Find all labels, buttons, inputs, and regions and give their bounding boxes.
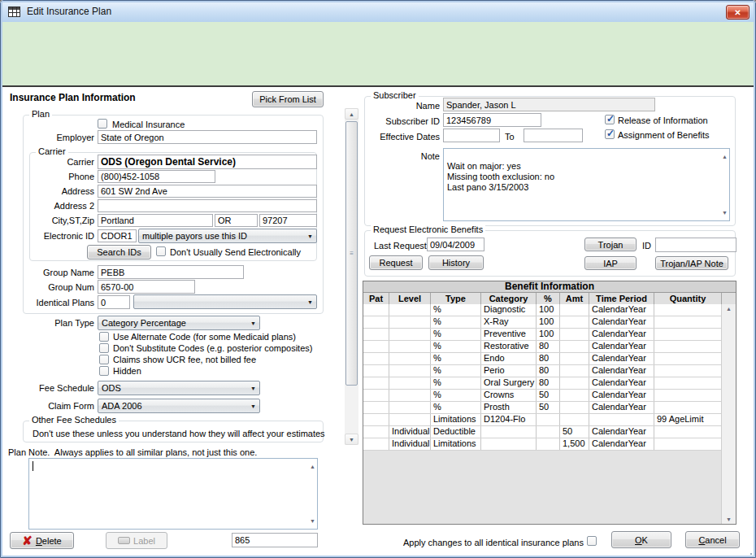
label-button[interactable]: Label xyxy=(106,532,167,549)
effective-from-field[interactable] xyxy=(443,129,500,142)
subscriber-note-label: Note xyxy=(364,151,440,161)
subscriber-id-field[interactable] xyxy=(443,113,541,127)
electronic-benefits-group-label: Request Electronic Benefits xyxy=(371,225,485,234)
phone-field[interactable] xyxy=(98,170,215,183)
table-row[interactable]: %Prosth50CalendarYear xyxy=(363,402,722,414)
effective-to-field[interactable] xyxy=(524,129,583,142)
table-row[interactable]: %Crowns50CalendarYear xyxy=(363,390,722,402)
plan-note-field[interactable]: ▲ ▼ xyxy=(28,458,318,530)
id-field[interactable] xyxy=(655,238,736,252)
subscriber-note-field[interactable]: Wait on major: yes Missing tooth exclusi… xyxy=(443,148,730,221)
table-row[interactable]: IndividualDeductible50CalendarYear xyxy=(363,426,722,438)
assignment-checkbox[interactable] xyxy=(605,129,615,139)
claim-form-label: Claim Form xyxy=(7,401,94,411)
table-row[interactable]: %Perio80CalendarYear xyxy=(363,365,722,377)
scroll-down-icon[interactable]: ▼ xyxy=(722,207,728,218)
table-cell xyxy=(389,365,431,377)
city-field[interactable] xyxy=(98,214,213,227)
table-cell: CalendarYear xyxy=(589,377,654,389)
electronic-id-select[interactable]: multiple payors use this ID ▼ xyxy=(138,229,317,243)
table-row[interactable]: %Oral Surgery80CalendarYear xyxy=(363,377,722,390)
address-field[interactable] xyxy=(98,185,317,198)
plan-num-field[interactable] xyxy=(232,533,318,547)
fee-schedule-select[interactable]: ODS ▼ xyxy=(98,381,260,395)
benefit-table-body: %Diagnostic100CalendarYear%X-Ray100Calen… xyxy=(363,304,722,451)
employer-field[interactable] xyxy=(98,130,317,144)
table-cell xyxy=(654,402,722,413)
medical-insurance-checkbox[interactable] xyxy=(98,119,107,129)
table-cell: 80 xyxy=(537,353,560,364)
table-cell xyxy=(363,329,389,340)
history-button-label: History xyxy=(442,258,470,268)
cancel-button[interactable]: Cancel xyxy=(685,531,740,548)
request-button[interactable]: Request xyxy=(369,255,423,270)
scrollbar-thumb[interactable]: ≡ xyxy=(345,121,358,386)
state-field[interactable] xyxy=(215,214,258,227)
table-cell: 100 xyxy=(537,316,560,328)
table-cell xyxy=(654,316,722,328)
plan-option-checkbox[interactable] xyxy=(99,332,109,342)
plan-option-checkbox[interactable] xyxy=(99,343,109,353)
carrier-field[interactable] xyxy=(98,155,317,169)
scroll-up-icon[interactable]: ▲ xyxy=(345,108,358,120)
table-cell: Perio xyxy=(481,365,537,377)
titlebar: Edit Insurance Plan ✕ xyxy=(1,1,755,22)
plan-option-checkbox[interactable] xyxy=(99,366,109,376)
trojan-iap-note-button[interactable]: Trojan/IAP Note xyxy=(655,256,728,270)
pick-from-list-button[interactable]: Pick From List xyxy=(252,91,324,107)
identical-plans-field[interactable] xyxy=(98,295,130,309)
table-row[interactable]: LimitationsD1204-Flo99 AgeLimit xyxy=(363,414,722,426)
delete-button[interactable]: ✘ Delete xyxy=(10,532,74,549)
group-num-field[interactable] xyxy=(98,280,195,294)
scroll-up-icon[interactable]: ▲ xyxy=(722,151,728,162)
table-row[interactable]: %Diagnostic100CalendarYear xyxy=(363,304,722,316)
column-header: % xyxy=(537,293,560,305)
electronic-id-field[interactable] xyxy=(98,229,137,242)
table-row[interactable]: %X-Ray100CalendarYear xyxy=(363,316,722,329)
plan-option-checkbox[interactable] xyxy=(99,355,109,364)
table-cell: Crowns xyxy=(481,390,537,401)
table-cell: CalendarYear xyxy=(589,329,654,340)
pick-from-list-label: Pick From List xyxy=(259,94,316,104)
claim-form-select[interactable]: ADA 2006 ▼ xyxy=(98,399,260,413)
scroll-down-icon[interactable]: ▼ xyxy=(310,516,315,526)
benefit-table-scrollbar[interactable]: ▲ ▼ xyxy=(721,304,736,524)
plan-option-label: Claims show UCR fee, not billed fee xyxy=(113,355,256,365)
apply-identical-checkbox[interactable] xyxy=(587,536,597,546)
other-fee-warning: Don't use these unless you understand ho… xyxy=(33,429,325,438)
release-checkbox[interactable] xyxy=(605,115,615,124)
table-cell: CalendarYear xyxy=(589,316,654,328)
history-button[interactable]: History xyxy=(428,255,484,270)
group-name-field[interactable] xyxy=(98,265,244,279)
table-row[interactable]: IndividualLimitations1,500CalendarYear xyxy=(363,438,722,451)
address2-field[interactable] xyxy=(98,199,317,212)
scroll-down-icon[interactable]: ▼ xyxy=(722,517,736,522)
table-cell: Limitations xyxy=(431,414,481,425)
scroll-down-icon[interactable]: ▼ xyxy=(345,434,358,445)
benefit-information-table: Benefit Information PatLevelTypeCategory… xyxy=(363,281,736,525)
table-row[interactable]: %Endo80CalendarYear xyxy=(363,353,722,365)
apply-identical-label: Apply changes to all identical insurance… xyxy=(366,538,584,547)
table-cell xyxy=(654,341,722,352)
zip-field[interactable] xyxy=(259,214,317,227)
table-row[interactable]: %Restorative80CalendarYear xyxy=(363,341,722,353)
scroll-up-icon[interactable]: ▲ xyxy=(310,461,315,472)
plan-type-select[interactable]: Category Percentage ▼ xyxy=(98,316,260,330)
identical-plans-select[interactable]: ▼ xyxy=(133,294,317,309)
phone-label: Phone xyxy=(7,172,94,181)
search-ids-button[interactable]: Search IDs xyxy=(87,245,151,259)
trojan-button[interactable]: Trojan xyxy=(584,238,637,251)
ok-button[interactable]: OK xyxy=(611,531,671,548)
table-cell xyxy=(363,341,389,352)
close-button[interactable]: ✕ xyxy=(726,5,749,20)
iap-button[interactable]: IAP xyxy=(584,256,637,270)
subscriber-name-field xyxy=(443,98,655,111)
electronic-id-note: multiple payors use this ID xyxy=(142,231,247,241)
resize-grip[interactable] xyxy=(750,553,752,555)
scroll-up-icon[interactable]: ▲ xyxy=(722,306,736,312)
last-request-field[interactable] xyxy=(427,238,484,251)
left-panel-scrollbar[interactable]: ▲ ≡ ▼ xyxy=(345,108,358,445)
table-row[interactable]: %Preventive100CalendarYear xyxy=(363,329,722,341)
dont-send-electronically-checkbox[interactable] xyxy=(156,246,166,256)
carrier-group-label: Carrier xyxy=(36,146,68,156)
